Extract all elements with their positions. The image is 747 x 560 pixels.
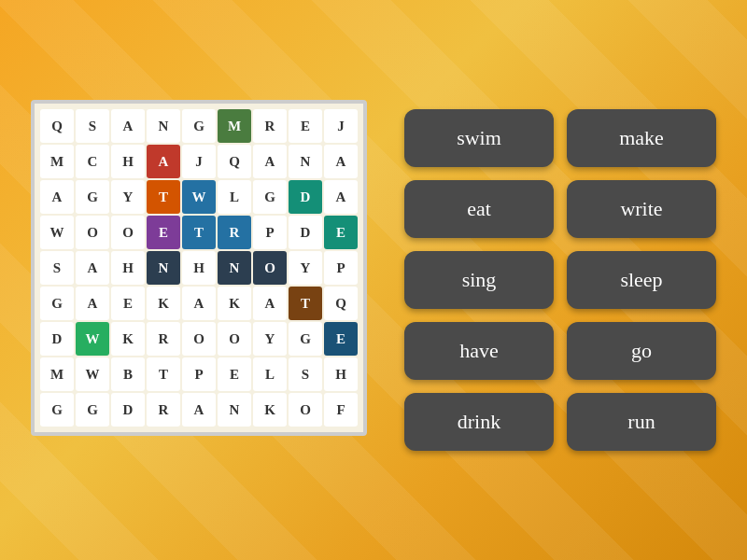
cell-2-4: W xyxy=(182,180,216,214)
cell-0-0: Q xyxy=(40,109,74,143)
cell-0-8: J xyxy=(324,109,358,143)
cell-3-1: O xyxy=(76,216,109,249)
cell-2-0: A xyxy=(40,180,74,214)
cell-8-7: O xyxy=(289,393,322,427)
word-btn-have[interactable]: have xyxy=(404,322,554,380)
cell-2-6: G xyxy=(253,180,287,214)
cell-3-8: E xyxy=(324,216,358,249)
cell-8-2: D xyxy=(111,393,145,427)
cell-4-4: H xyxy=(182,251,216,285)
cell-8-0: G xyxy=(40,393,74,427)
cell-7-1: W xyxy=(76,357,109,391)
cell-1-4: J xyxy=(182,145,216,178)
cell-7-8: H xyxy=(324,357,358,391)
cell-7-3: T xyxy=(147,357,180,391)
cell-7-4: P xyxy=(182,357,216,391)
word-btn-run[interactable]: run xyxy=(567,393,716,451)
cell-1-8: A xyxy=(324,145,358,178)
cell-4-3: N xyxy=(147,251,180,285)
word-btn-sing[interactable]: sing xyxy=(404,251,554,309)
cell-2-1: G xyxy=(76,180,109,214)
cell-3-6: P xyxy=(253,216,287,249)
cell-4-6: O xyxy=(253,251,287,285)
cell-0-6: R xyxy=(253,109,287,143)
word-btn-make[interactable]: make xyxy=(567,109,716,167)
main-container: QSANGMREJMCHAJQANAAGYTWLGDAWOOETRPDESAHN… xyxy=(31,100,716,460)
cell-8-8: F xyxy=(324,393,358,427)
cell-2-7: D xyxy=(289,180,322,214)
cell-2-2: Y xyxy=(111,180,145,214)
word-btn-go[interactable]: go xyxy=(567,322,716,380)
cell-8-1: G xyxy=(76,393,109,427)
cell-5-2: E xyxy=(111,287,145,320)
cell-6-2: K xyxy=(111,322,145,356)
word-btn-sleep[interactable]: sleep xyxy=(567,251,716,309)
cell-6-1: W xyxy=(76,322,109,356)
word-btn-drink[interactable]: drink xyxy=(404,393,554,451)
wordsearch-panel: QSANGMREJMCHAJQANAAGYTWLGDAWOOETRPDESAHN… xyxy=(31,100,367,436)
cell-4-1: A xyxy=(76,251,109,285)
cell-1-5: Q xyxy=(218,145,251,178)
cell-6-5: O xyxy=(218,322,251,356)
cell-5-5: K xyxy=(218,287,251,320)
cell-7-0: M xyxy=(40,357,74,391)
cell-1-0: M xyxy=(40,145,74,178)
cell-8-5: N xyxy=(218,393,251,427)
word-btn-write[interactable]: write xyxy=(567,180,716,238)
cell-5-3: K xyxy=(147,287,180,320)
cell-5-1: A xyxy=(76,287,109,320)
cell-7-6: L xyxy=(253,357,287,391)
cell-7-2: B xyxy=(111,357,145,391)
cell-5-6: A xyxy=(253,287,287,320)
cell-0-7: E xyxy=(289,109,322,143)
cell-0-4: G xyxy=(182,109,216,143)
cell-6-8: E xyxy=(324,322,358,356)
cell-8-4: A xyxy=(182,393,216,427)
cell-0-3: N xyxy=(147,109,180,143)
cell-5-0: G xyxy=(40,287,74,320)
cell-6-0: D xyxy=(40,322,74,356)
cell-0-1: S xyxy=(76,109,109,143)
cell-8-6: K xyxy=(253,393,287,427)
cell-3-0: W xyxy=(40,216,74,249)
cell-8-3: R xyxy=(147,393,180,427)
cell-7-5: E xyxy=(218,357,251,391)
cell-3-4: T xyxy=(182,216,216,249)
cell-1-3: A xyxy=(147,145,180,178)
cell-1-6: A xyxy=(253,145,287,178)
word-btn-swim[interactable]: swim xyxy=(404,109,554,167)
cell-4-0: S xyxy=(40,251,74,285)
cell-3-3: E xyxy=(147,216,180,249)
cell-6-3: R xyxy=(147,322,180,356)
cell-6-4: O xyxy=(182,322,216,356)
cell-5-7: T xyxy=(289,287,322,320)
cell-0-2: A xyxy=(111,109,145,143)
cell-4-8: P xyxy=(324,251,358,285)
cell-4-2: H xyxy=(111,251,145,285)
words-panel: swimmakeeatwritesingsleephavegodrinkrun xyxy=(404,100,716,460)
cell-2-5: L xyxy=(218,180,251,214)
cell-3-5: R xyxy=(218,216,251,249)
cell-2-3: T xyxy=(147,180,180,214)
cell-6-7: G xyxy=(289,322,322,356)
cell-2-8: A xyxy=(324,180,358,214)
cell-6-6: Y xyxy=(253,322,287,356)
cell-3-2: O xyxy=(111,216,145,249)
cell-5-4: A xyxy=(182,287,216,320)
cell-4-7: Y xyxy=(289,251,322,285)
cell-3-7: D xyxy=(289,216,322,249)
word-btn-eat[interactable]: eat xyxy=(404,180,554,238)
cell-4-5: N xyxy=(218,251,251,285)
cell-1-1: C xyxy=(76,145,109,178)
cell-7-7: S xyxy=(289,357,322,391)
wordsearch-grid: QSANGMREJMCHAJQANAAGYTWLGDAWOOETRPDESAHN… xyxy=(40,109,358,427)
cell-1-7: N xyxy=(289,145,322,178)
cell-0-5: M xyxy=(218,109,251,143)
cell-5-8: Q xyxy=(324,287,358,320)
cell-1-2: H xyxy=(111,145,145,178)
